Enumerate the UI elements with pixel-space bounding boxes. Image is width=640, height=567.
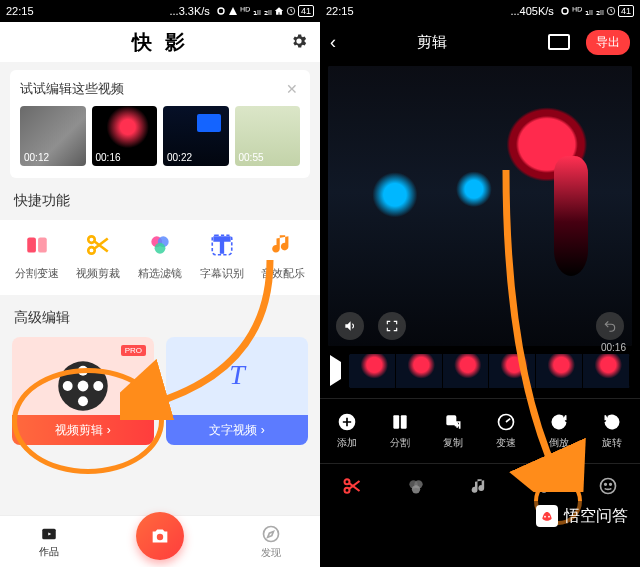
video-edit-button[interactable]: 视频剪辑 › xyxy=(12,415,154,445)
svg-point-12 xyxy=(78,366,88,376)
music-icon xyxy=(268,230,298,260)
try-edit-title: 试试编辑这些视频 xyxy=(20,80,124,98)
status-bar: 22:15 ...3.3K/s ᴴᴰ ₁ₗₗ ₂ₗₗ 41 xyxy=(0,0,320,22)
watermark-logo-icon xyxy=(536,505,558,527)
pro-badge: PRO xyxy=(121,345,146,356)
nav-discover[interactable]: 发现 xyxy=(261,524,281,560)
svg-point-15 xyxy=(93,381,103,391)
editor-header: ‹ 剪辑 导出 xyxy=(320,22,640,62)
svg-point-32 xyxy=(605,483,607,485)
bnav-sticker-icon[interactable] xyxy=(588,476,628,496)
tool-rotate[interactable]: 旋转 xyxy=(585,399,638,463)
video-thumb[interactable]: 00:12 xyxy=(20,106,86,166)
quick-crop[interactable]: 视频剪裁 xyxy=(76,230,120,281)
svg-rect-24 xyxy=(446,415,456,425)
export-button[interactable]: 导出 xyxy=(586,30,630,55)
watermark: 悟空问答 xyxy=(528,501,636,531)
screen-home: 22:15 ...3.3K/s ᴴᴰ ₁ₗₗ ₂ₗₗ 41 快 影 试试编辑这些… xyxy=(0,0,320,567)
tool-add[interactable]: 添加 xyxy=(320,399,373,463)
timeline xyxy=(320,346,640,388)
card-text-video[interactable]: T 文字视频 › xyxy=(166,337,308,445)
svg-point-31 xyxy=(601,478,616,493)
status-net: ...3.3K/s xyxy=(170,5,210,17)
svg-point-0 xyxy=(218,8,224,14)
svg-point-11 xyxy=(78,381,89,392)
close-icon[interactable]: ✕ xyxy=(284,81,300,97)
aspect-icon[interactable] xyxy=(548,34,570,50)
svg-rect-2 xyxy=(27,237,36,252)
svg-point-35 xyxy=(548,516,550,518)
adv-section-title: 高级编辑 xyxy=(14,309,320,327)
svg-point-19 xyxy=(562,8,568,14)
quick-subtitle[interactable]: 字幕识别 xyxy=(200,230,244,281)
app-title: 快 影 xyxy=(132,29,189,56)
text-video-icon: T xyxy=(229,359,245,391)
scissors-icon xyxy=(83,230,113,260)
preview-image xyxy=(328,66,632,346)
svg-rect-23 xyxy=(400,415,406,428)
edit-toolbar: 添加 分割 复制 变速 倒放 旋转 删除 xyxy=(320,399,640,463)
svg-point-33 xyxy=(610,483,612,485)
filter-icon xyxy=(145,230,175,260)
watermark-text: 悟空问答 xyxy=(564,506,628,527)
editor-title: 剪辑 xyxy=(324,33,540,52)
split-icon xyxy=(22,230,52,260)
bnav-cut-icon[interactable] xyxy=(332,476,372,496)
bottom-nav: 作品 发现 xyxy=(0,515,320,567)
timeline-strip[interactable] xyxy=(349,354,630,388)
text-video-button[interactable]: 文字视频 › xyxy=(166,415,308,445)
mute-icon[interactable] xyxy=(336,312,364,340)
film-reel-icon xyxy=(56,359,110,417)
settings-icon[interactable] xyxy=(290,32,308,54)
svg-point-34 xyxy=(544,516,546,518)
nav-works[interactable]: 作品 xyxy=(39,525,59,559)
nav-camera[interactable] xyxy=(136,512,184,560)
tool-copy[interactable]: 复制 xyxy=(426,399,479,463)
preview-controls xyxy=(336,312,624,340)
svg-rect-22 xyxy=(393,415,399,428)
card-video-edit[interactable]: PRO 视频剪辑 › xyxy=(12,337,154,445)
tool-reverse[interactable]: 倒放 xyxy=(532,399,585,463)
status-icons: ᴴᴰ ₁ₗₗ ₂ₗₗ 41 xyxy=(560,5,634,18)
undo-icon[interactable] xyxy=(596,312,624,340)
quick-filter[interactable]: 精选滤镜 xyxy=(138,230,182,281)
quick-audio[interactable]: 音效配乐 xyxy=(261,230,305,281)
bnav-music-icon[interactable] xyxy=(460,476,500,496)
svg-point-30 xyxy=(412,485,420,493)
status-icons: ᴴᴰ ₁ₗₗ ₂ₗₗ 41 xyxy=(216,5,314,18)
svg-point-14 xyxy=(63,381,73,391)
subtitle-icon xyxy=(207,230,237,260)
video-thumb[interactable]: 00:16 xyxy=(92,106,158,166)
bnav-text-icon[interactable] xyxy=(524,476,564,496)
quick-split-speed[interactable]: 分割变速 xyxy=(15,230,59,281)
status-time: 22:15 xyxy=(326,5,376,17)
video-thumb[interactable]: 00:22 xyxy=(163,106,229,166)
status-bar: 22:15 ...405K/s ᴴᴰ ₁ₗₗ ₂ₗₗ 41 xyxy=(320,0,640,22)
quick-section-title: 快捷功能 xyxy=(14,192,320,210)
svg-point-18 xyxy=(264,526,279,541)
status-time: 22:15 xyxy=(6,5,56,17)
try-edit-card: 试试编辑这些视频 ✕ 00:12 00:16 00:22 00:55 xyxy=(10,70,310,178)
video-preview[interactable] xyxy=(328,66,632,346)
quick-functions: 分割变速 视频剪裁 精选滤镜 字幕识别 音效配乐 xyxy=(0,220,320,295)
svg-rect-3 xyxy=(38,237,47,252)
svg-point-8 xyxy=(155,243,166,254)
video-thumb[interactable]: 00:55 xyxy=(235,106,301,166)
video-thumb-row: 00:12 00:16 00:22 00:55 xyxy=(20,106,300,166)
svg-point-13 xyxy=(78,396,88,406)
app-header: 快 影 xyxy=(0,22,320,62)
bnav-filter-icon[interactable] xyxy=(396,476,436,496)
status-net: ...405K/s xyxy=(510,5,553,17)
screen-editor: 22:15 ...405K/s ᴴᴰ ₁ₗₗ ₂ₗₗ 41 ‹ 剪辑 导出 00… xyxy=(320,0,640,567)
fullscreen-icon[interactable] xyxy=(378,312,406,340)
timeline-timecode: 00:16 xyxy=(601,342,626,353)
tool-split[interactable]: 分割 xyxy=(373,399,426,463)
svg-point-17 xyxy=(157,533,163,539)
tool-speed[interactable]: 变速 xyxy=(479,399,532,463)
play-icon[interactable] xyxy=(330,362,341,380)
